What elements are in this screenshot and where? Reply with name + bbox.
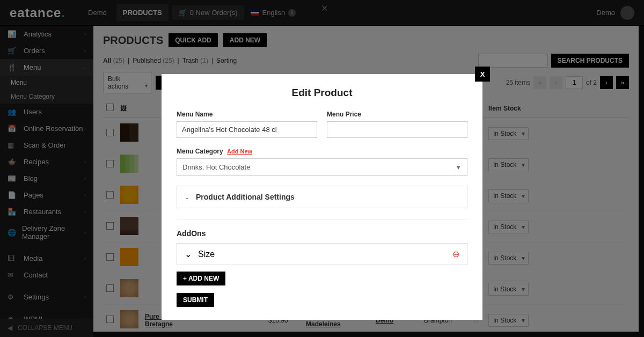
delete-addon-icon[interactable]: ⊖: [452, 249, 459, 259]
submit-button[interactable]: SUBMIT: [177, 293, 214, 307]
modal-close-button[interactable]: X: [475, 67, 490, 82]
menu-name-label: Menu Name: [177, 111, 317, 118]
add-new-addon-button[interactable]: + ADD NEW: [177, 272, 225, 285]
menu-price-label: Menu Price: [327, 111, 467, 118]
additional-settings-accordion[interactable]: ⌄ Product Additional Settings: [177, 186, 467, 208]
chevron-down-icon: ⌄: [185, 194, 189, 201]
addon-row-size[interactable]: ⌄ Size ⊖: [177, 243, 467, 265]
addons-heading: AddOns: [177, 229, 467, 238]
menu-price-input[interactable]: [327, 121, 467, 138]
edit-product-modal: X Edit Product Menu Name Menu Price Menu…: [162, 74, 482, 320]
menu-name-input[interactable]: [177, 121, 317, 138]
menu-category-label: Menu Category Add New: [177, 148, 467, 155]
chevron-down-icon: ⌄: [185, 249, 192, 259]
add-new-category-link[interactable]: Add New: [227, 148, 252, 155]
modal-title: Edit Product: [177, 87, 467, 99]
modal-overlay: X Edit Product Menu Name Menu Price Menu…: [0, 0, 644, 337]
menu-category-select[interactable]: Drinks, Hot Chocolate: [177, 158, 467, 176]
